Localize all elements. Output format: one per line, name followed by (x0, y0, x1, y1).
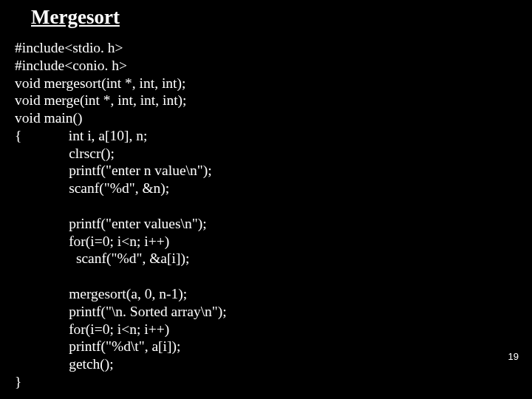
code-line: mergesort(a, 0, n-1); (15, 286, 187, 301)
code-line: printf("enter n value\n"); (15, 163, 212, 178)
code-line: printf("\n. Sorted array\n"); (15, 304, 227, 319)
page-number: 19 (508, 351, 519, 362)
code-line: #include<stdio. h> (15, 40, 123, 55)
code-line: clrscr(); (15, 146, 115, 161)
code-line: scanf("%d", &n); (15, 180, 169, 196)
code-line: void merge(int *, int, int, int); (15, 92, 187, 108)
code-line: void mergesort(int *, int, int); (15, 75, 185, 91)
code-line: for(i=0; i<n; i++) (15, 233, 169, 249)
code-line: scanf("%d", &a[i]); (15, 250, 189, 266)
code-line: for(i=0; i<n; i++) (15, 321, 169, 337)
code-line: void main() (15, 110, 83, 126)
code-line: getch(); (15, 356, 114, 372)
code-line: printf("%d\t", a[i]); (15, 338, 180, 354)
code-line: printf("enter values\n"); (15, 216, 207, 231)
code-line: #include<conio. h> (15, 58, 127, 73)
code-line: } (15, 374, 21, 389)
slide-title: Mergesort (31, 6, 517, 29)
code-block: #include<stdio. h> #include<conio. h> vo… (15, 39, 517, 391)
code-line: { int i, a[10], n; (15, 128, 147, 143)
slide: Mergesort #include<stdio. h> #include<co… (0, 0, 532, 399)
